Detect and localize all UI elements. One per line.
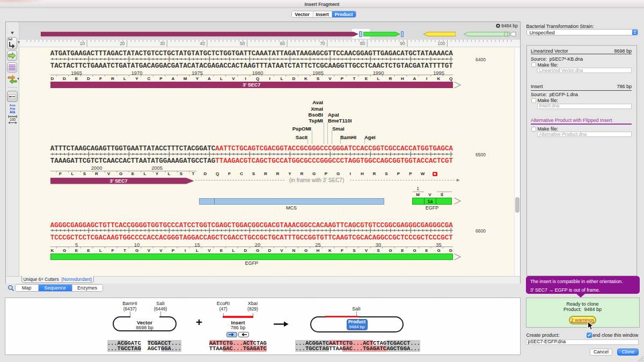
svg-text:100: 100: [10, 118, 16, 121]
svg-text:3' SEC7: 3' SEC7: [109, 178, 127, 184]
